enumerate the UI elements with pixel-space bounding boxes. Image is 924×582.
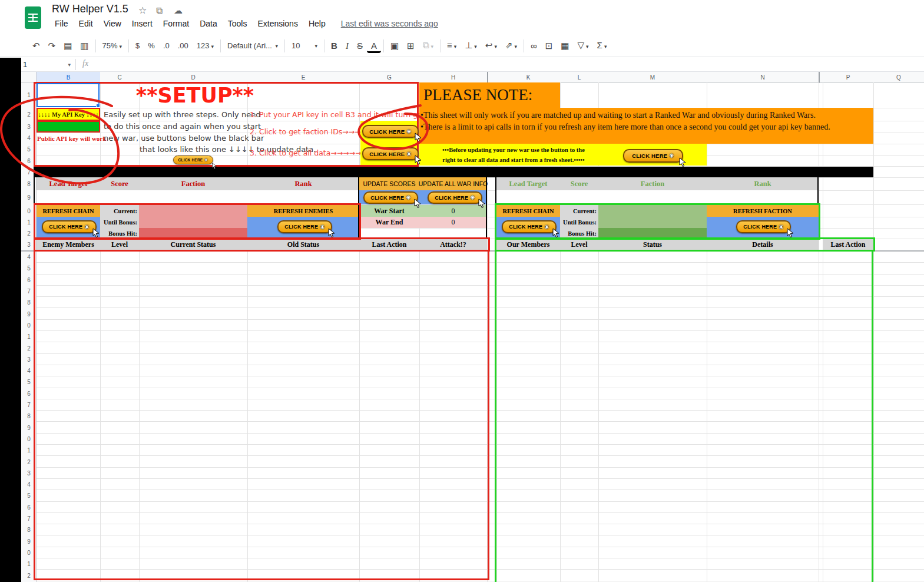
war-end-value[interactable]: 0 [419,217,487,228]
selected-cell-B1[interactable] [37,83,100,107]
menu-edit[interactable]: Edit [74,17,98,30]
print-icon[interactable]: ▤ [59,39,76,53]
font-size-select[interactable]: 10▾ [287,39,322,53]
text-wrap-icon[interactable]: ↩▾ [481,38,501,54]
percent-format-icon[interactable]: % [144,39,159,53]
col-header-Q[interactable]: Q [873,72,924,83]
currency-format-icon[interactable]: $ [131,39,144,53]
italic-icon[interactable]: I [342,39,353,53]
col-header-K[interactable]: K [496,72,561,83]
col-header-H[interactable]: H [419,72,488,83]
undo-icon[interactable]: ↶ [28,39,44,53]
redo-icon[interactable]: ↷ [44,39,60,53]
get-faction-ids-button[interactable]: CLICK HERE✳ [362,125,419,138]
burst-icon: ✳ [779,224,784,230]
merge-glyph: ⧉ [423,40,429,50]
name-box[interactable]: 1 ▾ [21,58,74,71]
cursor-icon [552,228,559,237]
chevron-down-icon: ▾ [494,44,497,49]
menu-data[interactable]: Data [194,17,223,30]
col-header-M[interactable]: M [598,72,707,83]
update-scores-header: UPDATE SCORES [359,177,419,190]
doc-title[interactable]: RW Helper V1.5 [52,3,128,15]
chevron-down-icon: ▾ [454,44,457,49]
left-header-lead-target: Lead Target [37,177,100,190]
refresh-chain-right-button[interactable]: CLICK HERE✳ [502,220,557,233]
rotate-glyph: ⇗ [505,40,513,50]
grid-corner[interactable] [21,72,37,82]
chevron-down-icon: ▾ [211,44,214,49]
right-empty-row [496,190,819,204]
clear-all-data-button[interactable]: CLICK HERE✳ [623,149,683,163]
menu-help[interactable]: Help [303,17,331,30]
left-block-border [34,177,35,204]
get-all-data-button[interactable]: CLICK HERE✳ [362,147,419,160]
toolbar-divider [524,39,524,52]
more-formats-label: 123 [197,41,210,50]
burst-icon: ✳ [406,128,412,135]
merge-cells-icon[interactable]: ⧉▾ [419,38,438,54]
menu-view[interactable]: View [98,17,127,30]
filter-icon[interactable]: ▽▾ [574,38,593,54]
menu-extensions[interactable]: Extensions [252,17,303,30]
refresh-faction-button[interactable]: CLICK HERE✳ [736,220,791,233]
left-header-faction: Faction [139,177,247,190]
war-start-value[interactable]: 0 [419,205,487,217]
menu-format[interactable]: Format [158,17,194,30]
chevron-down-icon: ▾ [586,44,589,49]
toolbar-divider [383,39,384,52]
horizontal-align-icon[interactable]: ≡▾ [443,38,461,54]
refresh-chain-left-button[interactable]: CLICK HERE✳ [42,220,97,233]
burst-icon: ✳ [204,158,208,163]
toolbar-divider [95,39,96,52]
update-all-war-info-button[interactable]: CLICK HERE✳ [428,191,482,204]
menu-file[interactable]: File [49,17,74,30]
more-formats-select[interactable]: 123▾ [193,39,218,54]
right-header-faction: Faction [598,177,707,190]
vertical-align-icon[interactable]: ⊥▾ [461,38,481,54]
left-table-border [34,252,35,580]
please-note-heading-cell: PLEASE NOTE: [419,82,560,108]
selection-handle[interactable] [96,104,100,108]
font-family-value: Default (Ari... [227,41,272,51]
insert-chart-icon[interactable]: ▦ [557,39,573,53]
example-button-small[interactable]: CLICK HERE✳ [173,156,213,164]
fill-color-icon[interactable]: ▣ [386,39,403,53]
clear-note-line1: •••Before updating your new war use the … [419,145,608,155]
functions-icon[interactable]: Σ▾ [593,38,611,54]
sheets-logo[interactable] [25,6,41,29]
right-header-rank: Rank [707,177,819,190]
chevron-down-icon: ▾ [515,44,518,49]
cursor-icon [328,228,335,237]
namebox-divider [75,59,76,70]
insert-link-icon[interactable]: ∞ [526,39,541,53]
decrease-decimals-icon[interactable]: .0 [159,39,174,53]
insert-comment-icon[interactable]: ⊡ [541,39,557,53]
text-rotation-icon[interactable]: ⇗▾ [501,38,521,54]
button-label: CLICK HERE [49,224,82,230]
font-family-select[interactable]: Default (Ari...▾ [223,39,282,53]
menu-tools[interactable]: Tools [223,17,253,30]
star-icon[interactable]: ☆ [134,4,151,18]
left-table-border [488,252,489,580]
col-header-N[interactable]: N [707,72,819,83]
chevron-down-icon: ▾ [430,44,433,49]
move-to-drive-icon[interactable]: ⧉ [152,4,167,18]
text-color-icon[interactable]: A [367,39,381,53]
fx-icon: fx [82,59,88,68]
col-header-P[interactable]: P [823,72,874,83]
bold-icon[interactable]: B [327,39,342,53]
update-scores-button[interactable]: CLICK HERE✳ [363,191,418,204]
last-edit-status[interactable]: Last edit was seconds ago [336,17,443,30]
zoom-select[interactable]: 75%▾ [98,39,127,54]
strikethrough-icon[interactable]: S [353,39,367,53]
button-label: CLICK HERE [369,151,405,157]
cursor-icon [415,155,422,164]
borders-icon[interactable]: ⊞ [403,39,419,53]
increase-decimals-icon[interactable]: .00 [174,39,193,53]
cloud-status-icon[interactable]: ☁ [170,4,187,18]
menu-insert[interactable]: Insert [127,17,158,30]
refresh-enemies-button[interactable]: CLICK HERE✳ [277,220,332,233]
paint-format-icon[interactable]: ▥ [76,39,92,53]
col-header-L[interactable]: L [560,72,599,83]
